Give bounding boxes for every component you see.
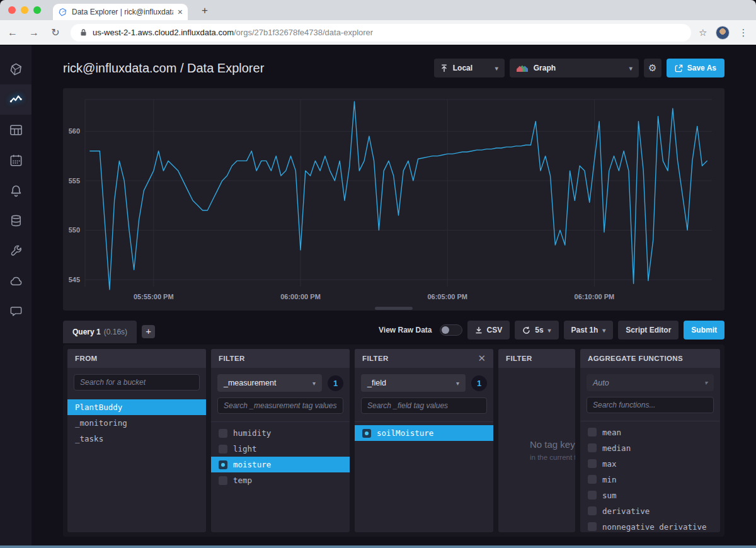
sidebar-item-tasks[interactable] bbox=[0, 145, 32, 175]
sidebar-item-data-explorer[interactable] bbox=[0, 84, 32, 115]
sidebar-item-dashboards[interactable] bbox=[0, 115, 32, 145]
chevron-down-icon: ▾ bbox=[495, 65, 498, 72]
sidebar-item-home[interactable] bbox=[0, 54, 32, 84]
sidebar-item-load-data[interactable] bbox=[0, 205, 32, 236]
tab-close-icon[interactable]: × bbox=[178, 7, 183, 17]
address-bar[interactable]: us-west-2-1.aws.cloud2.influxdata.com/or… bbox=[71, 24, 691, 42]
from-header: FROM bbox=[67, 349, 206, 368]
function-item[interactable]: nonnegative derivative bbox=[580, 519, 720, 532]
tag-key-dropdown[interactable]: _measurement ▾ bbox=[217, 374, 322, 392]
csv-label: CSV bbox=[487, 326, 503, 334]
checkbox[interactable] bbox=[588, 428, 597, 437]
line-chart[interactable]: 54555055556005:55:00 PM06:00:00 PM06:05:… bbox=[63, 88, 724, 311]
sidebar-item-alerts[interactable] bbox=[0, 175, 32, 205]
tab-title: Data Explorer | rick@influxdata bbox=[72, 8, 173, 16]
cloud-icon bbox=[9, 274, 23, 288]
svg-text:555: 555 bbox=[69, 177, 80, 185]
bookmark-star-icon[interactable]: ☆ bbox=[699, 27, 707, 38]
chat-bubble-icon bbox=[9, 304, 23, 319]
checkbox[interactable] bbox=[219, 445, 227, 454]
query-controls: View Raw Data CSV 5s ▾ bbox=[379, 321, 724, 340]
time-range-dropdown[interactable]: Past 1h ▾ bbox=[564, 321, 614, 340]
function-label: derivative bbox=[602, 506, 650, 516]
checkbox[interactable] bbox=[588, 491, 597, 499]
checkbox[interactable] bbox=[219, 476, 227, 485]
graph-line-icon bbox=[9, 93, 23, 107]
function-search-input[interactable] bbox=[587, 397, 714, 413]
filter-body: _measurement ▾ 1 humidity light bbox=[211, 368, 350, 532]
function-item[interactable]: derivative bbox=[580, 503, 720, 519]
browser-tab[interactable]: Data Explorer | rick@influxdata × bbox=[53, 4, 188, 20]
timeseries-chart-panel[interactable]: 54555055556005:55:00 PM06:00:00 PM06:05:… bbox=[63, 88, 724, 311]
zoom-window-button[interactable] bbox=[33, 6, 41, 14]
bucket-search-input[interactable] bbox=[74, 374, 200, 391]
checkbox[interactable] bbox=[588, 522, 597, 531]
sidebar-item-cloud[interactable] bbox=[0, 266, 32, 296]
measurement-label: moisture bbox=[233, 460, 271, 469]
save-as-label: Save As bbox=[687, 64, 716, 72]
checkbox[interactable] bbox=[219, 429, 227, 438]
checkbox[interactable] bbox=[588, 475, 597, 484]
wrench-icon bbox=[9, 244, 23, 258]
query-tab[interactable]: Query 1 (0.16s) bbox=[63, 321, 137, 343]
sidebar-item-settings[interactable] bbox=[0, 236, 32, 266]
csv-download-button[interactable]: CSV bbox=[467, 321, 510, 340]
function-item[interactable]: median bbox=[580, 440, 720, 456]
checkbox-checked[interactable] bbox=[219, 460, 227, 469]
bucket-item[interactable]: _monitoring bbox=[67, 415, 206, 431]
close-icon[interactable]: ✕ bbox=[478, 353, 486, 364]
profile-avatar[interactable] bbox=[716, 26, 730, 40]
url-path: /orgs/27b1f32678fe4738/data-explorer bbox=[234, 28, 373, 37]
filter-header: FILTER bbox=[211, 349, 350, 368]
measurement-label: temp bbox=[233, 476, 252, 485]
horizontal-scrollbar-thumb[interactable] bbox=[375, 307, 413, 310]
close-window-button[interactable] bbox=[8, 6, 16, 14]
breadcrumb: rick@influxdata.com / Data Explorer bbox=[63, 61, 264, 76]
window-period-dropdown[interactable]: Auto ▾ bbox=[587, 374, 714, 391]
arrow-to-top-icon bbox=[440, 64, 448, 72]
add-query-button[interactable]: + bbox=[142, 325, 155, 338]
back-icon[interactable]: ← bbox=[4, 27, 21, 38]
function-item[interactable]: sum bbox=[580, 488, 720, 503]
filter-title: FILTER bbox=[506, 355, 532, 362]
field-list: soilMoisture bbox=[355, 421, 493, 441]
measurement-search-input[interactable] bbox=[217, 397, 343, 414]
function-item[interactable]: max bbox=[580, 456, 720, 472]
checkbox[interactable] bbox=[588, 459, 597, 468]
save-as-button[interactable]: Save As bbox=[667, 59, 724, 77]
bucket-item[interactable]: _tasks bbox=[67, 431, 206, 447]
checkbox[interactable] bbox=[588, 443, 597, 452]
function-item[interactable]: mean bbox=[580, 425, 720, 440]
bucket-item[interactable]: PlantBuddy bbox=[67, 399, 206, 415]
view-raw-data-toggle[interactable] bbox=[440, 324, 462, 336]
measurement-item[interactable]: temp bbox=[211, 472, 350, 488]
browser-menu-icon[interactable]: ⋮ bbox=[738, 27, 748, 38]
graph-settings-button[interactable]: ⚙ bbox=[644, 59, 662, 77]
field-search-input[interactable] bbox=[361, 397, 487, 414]
field-item[interactable]: soilMoisture bbox=[355, 425, 493, 441]
measurement-item[interactable]: moisture bbox=[211, 457, 350, 472]
new-tab-button[interactable]: + bbox=[197, 3, 213, 19]
reload-icon[interactable]: ↻ bbox=[47, 26, 64, 38]
tag-key-dropdown[interactable]: _field ▾ bbox=[361, 374, 466, 392]
timezone-dropdown[interactable]: Local ▾ bbox=[434, 59, 505, 77]
checkbox-checked[interactable] bbox=[362, 429, 371, 438]
visualization-type-dropdown[interactable]: Graph ▾ bbox=[510, 59, 639, 77]
auto-refresh-dropdown[interactable]: 5s ▾ bbox=[515, 321, 558, 340]
filter-empty-column: FILTER No tag key in the current t bbox=[498, 349, 575, 532]
checkbox[interactable] bbox=[588, 506, 597, 515]
forward-icon[interactable]: → bbox=[25, 27, 43, 38]
script-editor-button[interactable]: Script Editor bbox=[618, 321, 679, 340]
sidebar-item-feedback[interactable] bbox=[0, 296, 32, 326]
gear-icon: ⚙ bbox=[648, 62, 656, 74]
minimize-window-button[interactable] bbox=[21, 6, 28, 14]
filter-header: FILTER bbox=[498, 349, 575, 368]
svg-text:560: 560 bbox=[69, 127, 80, 135]
function-label: min bbox=[602, 475, 617, 484]
function-item[interactable]: min bbox=[580, 472, 720, 488]
submit-button[interactable]: Submit bbox=[684, 321, 724, 340]
function-label: median bbox=[602, 443, 631, 453]
measurement-item[interactable]: humidity bbox=[211, 425, 350, 441]
measurement-item[interactable]: light bbox=[211, 441, 350, 457]
svg-text:06:10:00 PM: 06:10:00 PM bbox=[575, 293, 615, 300]
